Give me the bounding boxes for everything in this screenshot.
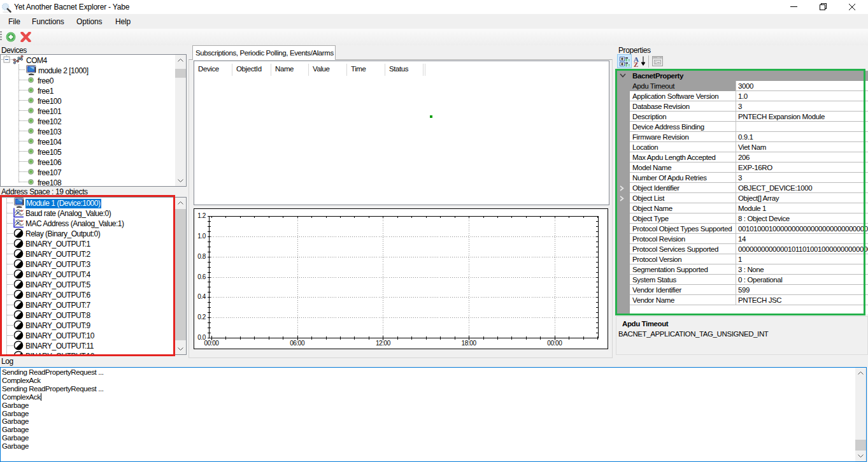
svg-text:1.2: 1.2	[197, 212, 206, 219]
svg-text:06:00: 06:00	[290, 340, 305, 347]
svg-text:1.0: 1.0	[197, 233, 206, 240]
svg-text:18:00: 18:00	[462, 340, 477, 347]
svg-text:12:00: 12:00	[376, 340, 391, 347]
svg-text:00:00: 00:00	[204, 340, 219, 347]
svg-text:0.2: 0.2	[197, 314, 206, 321]
svg-text:0.8: 0.8	[197, 253, 206, 260]
svg-text:00:00: 00:00	[547, 340, 562, 347]
svg-text:0.6: 0.6	[197, 273, 206, 280]
svg-text:0.4: 0.4	[197, 293, 206, 300]
